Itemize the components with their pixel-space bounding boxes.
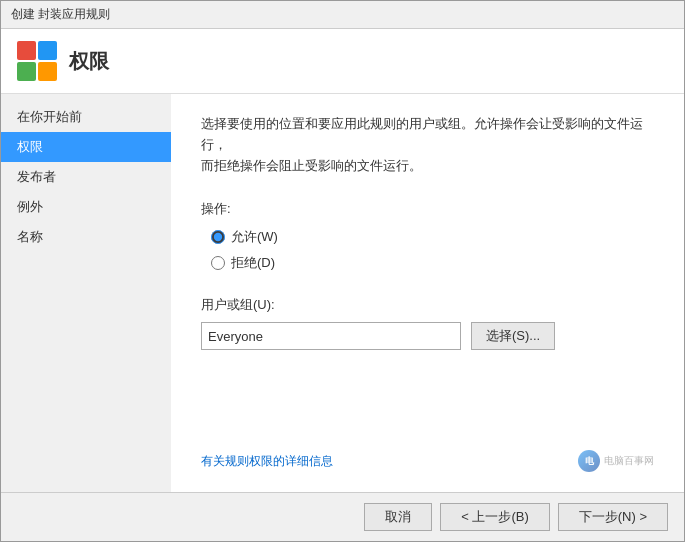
main-content: 选择要使用的位置和要应用此规则的用户或组。允许操作会让受影响的文件运行，而拒绝操…	[171, 94, 684, 492]
header: 权限	[1, 29, 684, 94]
next-button[interactable]: 下一步(N) >	[558, 503, 668, 531]
user-group-label: 用户或组(U):	[201, 296, 654, 314]
icon-square-green	[17, 62, 36, 81]
radio-deny[interactable]: 拒绝(D)	[211, 254, 654, 272]
icon-square-orange	[38, 62, 57, 81]
select-button[interactable]: 选择(S)...	[471, 322, 555, 350]
user-group-row: 选择(S)...	[201, 322, 654, 350]
sidebar-item-start[interactable]: 在你开始前	[1, 102, 171, 132]
footer-logo: 电 电脑百事网	[578, 450, 654, 472]
description-text: 选择要使用的位置和要应用此规则的用户或组。允许操作会让受影响的文件运行，而拒绝操…	[201, 114, 654, 176]
prev-button[interactable]: < 上一步(B)	[440, 503, 550, 531]
bottom-buttons: 取消 < 上一步(B) 下一步(N) >	[1, 492, 684, 541]
logo-text: 电脑百事网	[604, 454, 654, 468]
radio-deny-input[interactable]	[211, 256, 225, 270]
sidebar-item-publisher[interactable]: 发布者	[1, 162, 171, 192]
radio-allow[interactable]: 允许(W)	[211, 228, 654, 246]
sidebar-item-exceptions[interactable]: 例外	[1, 192, 171, 222]
operation-label: 操作:	[201, 200, 654, 218]
radio-allow-input[interactable]	[211, 230, 225, 244]
sidebar: 在你开始前 权限 发布者 例外 名称	[1, 94, 171, 492]
app-icon	[17, 41, 57, 81]
cancel-button[interactable]: 取消	[364, 503, 432, 531]
sidebar-item-permissions[interactable]: 权限	[1, 132, 171, 162]
header-title: 权限	[69, 48, 109, 75]
radio-group-operation: 允许(W) 拒绝(D)	[211, 228, 654, 272]
icon-square-red	[17, 41, 36, 60]
icon-square-blue	[38, 41, 57, 60]
radio-allow-label: 允许(W)	[231, 228, 278, 246]
logo-circle: 电	[578, 450, 600, 472]
radio-deny-label: 拒绝(D)	[231, 254, 275, 272]
title-bar-text: 创建 封装应用规则	[11, 6, 110, 23]
content-area: 在你开始前 权限 发布者 例外 名称 选择要使用的位置和要应用此规则的用户或组。…	[1, 94, 684, 492]
title-bar: 创建 封装应用规则	[1, 1, 684, 29]
footer-link[interactable]: 有关规则权限的详细信息	[201, 453, 333, 470]
sidebar-item-name[interactable]: 名称	[1, 222, 171, 252]
user-group-input[interactable]	[201, 322, 461, 350]
footer: 有关规则权限的详细信息 电 电脑百事网	[201, 440, 654, 472]
main-window: 创建 封装应用规则 权限 在你开始前 权限 发布者 例外 名称 选择要使用的位置…	[0, 0, 685, 542]
